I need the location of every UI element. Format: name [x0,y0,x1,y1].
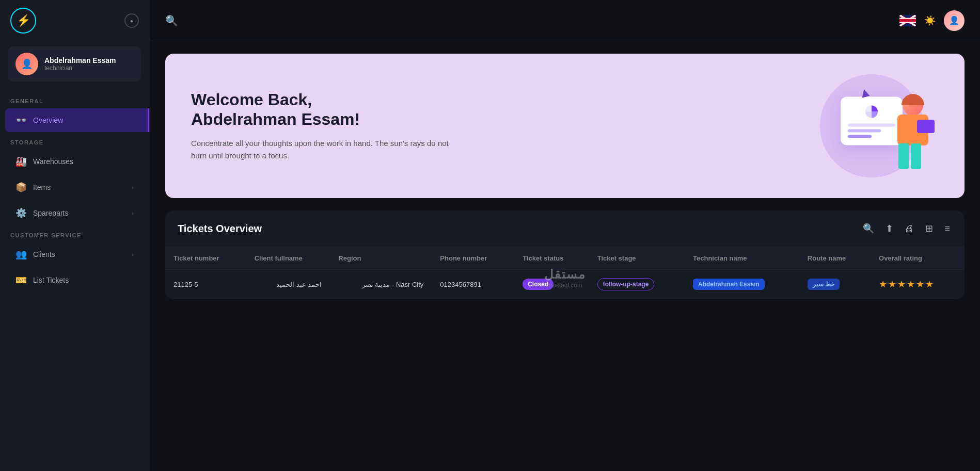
logo[interactable]: ⚡ [10,8,36,34]
col-technician-name: Technician name [685,247,799,270]
chevron-icon: › [132,184,134,190]
welcome-banner: Welcome Back, Abdelrahman Essam! Concent… [165,54,965,198]
sidebar-item-clients[interactable]: 👥 Clients › [5,242,144,266]
tickets-print-button[interactable]: 🖨 [903,221,916,236]
welcome-text: Welcome Back, Abdelrahman Essam! Concent… [191,90,449,163]
sidebar-item-label: List Tickets [33,276,69,284]
overview-icon: 👓 [15,115,27,126]
sidebar-item-warehouses[interactable]: 🏭 Warehouses [5,150,144,173]
avatar-emoji: 👤 [21,58,33,70]
sidebar-item-label: Warehouses [33,157,73,166]
user-role: technician [44,64,116,72]
illus-pie-chart [864,104,879,120]
toggle-icon: ● [130,18,133,24]
items-icon: 📦 [15,182,27,193]
cell-ticket-stage: follow-up-stage [589,270,685,299]
language-selector[interactable] [899,15,916,26]
topbar-left: 🔍 [165,14,178,27]
col-route-name: Route name [799,247,871,270]
tickets-filter-button[interactable]: ≡ [942,221,952,236]
sidebar-toggle[interactable]: ● [124,13,139,28]
search-button[interactable]: 🔍 [165,14,178,27]
theme-toggle-button[interactable]: ☀️ [924,15,936,26]
col-client-fullname: Client fullname [246,247,330,270]
technician-badge: Abdelrahman Essam [693,279,765,290]
user-name: Abdelrahman Essam [44,56,116,64]
cell-client-fullname: احمد عبد الحميد [246,270,330,299]
cell-ticket-number: 21125-5 [165,270,246,299]
tickets-actions: 🔍 ⬆ 🖨 ⊞ ≡ [861,221,952,236]
table-row[interactable]: 21125-5 احمد عبد الحميد Nasr City - مدين… [165,270,965,299]
col-ticket-status: Ticket status [514,247,589,270]
sidebar-item-label: Items [33,183,51,191]
page-content: Welcome Back, Abdelrahman Essam! Concent… [150,41,980,471]
warehouses-icon: 🏭 [15,156,27,167]
welcome-illustration: ▲ [773,74,939,177]
nav-section-customer-service: CUSTOMER SERVICE [0,226,149,241]
sidebar-item-label: Clients [33,250,55,258]
tickets-header: Tickets Overview 🔍 ⬆ 🖨 ⊞ ≡ [165,210,965,247]
tickets-table: Ticket number Client fullname Region Pho… [165,247,965,299]
topbar-avatar-img: 👤 [949,15,959,25]
cell-ticket-status: Closed [514,270,589,299]
welcome-subtitle: Concentrate all your thoughts upon the w… [191,137,449,162]
tickets-table-header-row: Ticket number Client fullname Region Pho… [165,247,965,270]
topbar: 🔍 ☀️ 👤 [150,0,980,41]
illus-bar-2 [848,129,881,133]
col-ticket-number: Ticket number [165,247,246,270]
nav-section-general: GENERAL [0,92,149,107]
chevron-icon: › [132,210,134,216]
tickets-download-button[interactable]: ⬆ [883,221,895,236]
chevron-icon: › [132,251,134,257]
col-region: Region [330,247,432,270]
tickets-overview-title: Tickets Overview [178,223,262,235]
tickets-table-head: Ticket number Client fullname Region Pho… [165,247,965,270]
cell-route-name: خط سير [799,270,871,299]
sidebar: ⚡ ● 👤 Abdelrahman Essam technician GENER… [0,0,150,471]
col-phone-number: Phone number [432,247,514,270]
col-ticket-stage: Ticket stage [589,247,685,270]
sidebar-header: ⚡ ● [0,0,149,41]
clients-icon: 👥 [15,249,27,260]
stars-rating: ★★★★★★ [879,279,935,289]
user-avatar-topbar[interactable]: 👤 [944,10,965,31]
sidebar-item-label: Spareparts [33,209,68,217]
cell-region: Nasr City - مدينة نصر [330,270,432,299]
spareparts-icon: ⚙️ [15,207,27,219]
avatar: 👤 [15,53,38,75]
nav-section-storage: STORAGE [0,133,149,149]
cell-technician-name: Abdelrahman Essam [685,270,799,299]
tickets-overview-section: Tickets Overview 🔍 ⬆ 🖨 ⊞ ≡ Ticket number… [165,210,965,299]
tickets-table-wrapper: Ticket number Client fullname Region Pho… [165,247,965,299]
route-badge: خط سير [808,279,840,290]
sidebar-item-items[interactable]: 📦 Items › [5,175,144,199]
logo-icon: ⚡ [17,14,30,27]
list-tickets-icon: 🎫 [15,274,27,286]
topbar-right: ☀️ 👤 [899,10,965,31]
sidebar-item-overview[interactable]: 👓 Overview [5,108,149,132]
sidebar-item-label: Overview [33,116,63,124]
tickets-table-body: 21125-5 احمد عبد الحميد Nasr City - مدين… [165,270,965,299]
status-badge: Closed [523,279,554,290]
illus-bar-3 [848,135,872,138]
cell-overall-rating: ★★★★★★ [871,270,965,299]
sidebar-item-spareparts[interactable]: ⚙️ Spareparts › [5,201,144,225]
tickets-search-button[interactable]: 🔍 [861,221,876,236]
main-content: 🔍 ☀️ 👤 Welcome Back, Abdelrahman Essam! … [150,0,980,471]
sidebar-item-list-tickets[interactable]: 🎫 List Tickets [5,268,144,292]
cell-phone-number: 01234567891 [432,270,514,299]
stage-badge: follow-up-stage [597,278,655,290]
user-card: 👤 Abdelrahman Essam technician [8,46,141,82]
user-info: Abdelrahman Essam technician [44,56,116,72]
tickets-grid-button[interactable]: ⊞ [923,221,935,236]
illus-character [887,95,939,177]
welcome-title: Welcome Back, Abdelrahman Essam! [191,90,449,129]
col-overall-rating: Overall rating [871,247,965,270]
